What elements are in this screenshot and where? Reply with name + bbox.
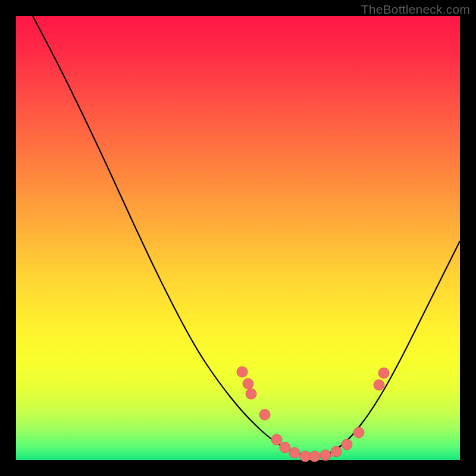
highlight-dots-group xyxy=(237,367,389,462)
highlight-dot xyxy=(331,446,342,457)
chart-svg xyxy=(16,16,460,460)
highlight-dot xyxy=(300,451,311,462)
highlight-dot xyxy=(378,368,389,378)
highlight-dot xyxy=(246,389,256,399)
highlight-dot xyxy=(374,380,384,390)
watermark-text: TheBottleneck.com xyxy=(361,2,470,17)
highlight-dot xyxy=(342,439,352,450)
chart-frame: TheBottleneck.com xyxy=(0,0,476,476)
highlight-dot xyxy=(289,447,300,458)
highlight-dot xyxy=(243,378,253,389)
bottleneck-curve xyxy=(33,16,460,456)
highlight-dot xyxy=(259,409,270,420)
highlight-dot xyxy=(309,451,320,462)
highlight-dot xyxy=(353,427,364,438)
highlight-dot xyxy=(280,442,290,453)
highlight-dot xyxy=(320,450,331,461)
highlight-dot xyxy=(271,434,282,445)
highlight-dot xyxy=(237,367,248,377)
